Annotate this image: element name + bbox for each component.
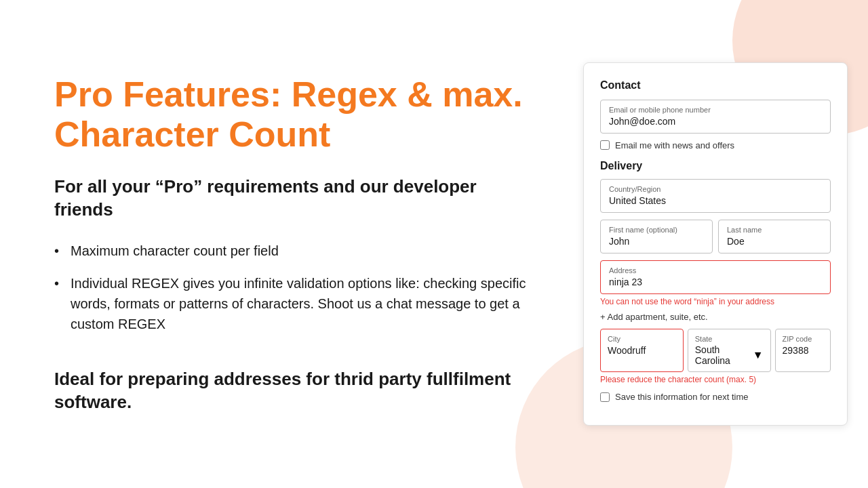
save-checkbox[interactable] — [600, 392, 610, 402]
first-name-input[interactable] — [609, 236, 704, 247]
city-error: Please reduce the character count (max. … — [600, 375, 831, 386]
email-field[interactable]: Email or mobile phone number — [600, 100, 831, 134]
page-subtitle: For all your “Pro” requirements and our … — [54, 176, 529, 222]
last-name-input[interactable] — [727, 236, 822, 247]
delivery-section-title: Delivery — [600, 160, 831, 172]
name-row: First name (optional) Last name — [600, 220, 831, 253]
right-panel: Contact Email or mobile phone number Ema… — [583, 0, 868, 488]
email-input[interactable] — [609, 116, 822, 127]
state-value: South Carolina — [695, 344, 753, 366]
page-title: Pro Features: Regex & max. Character Cou… — [54, 75, 529, 156]
country-label: Country/Region — [609, 185, 822, 193]
state-field[interactable]: State South Carolina ▼ — [688, 329, 771, 372]
address-input[interactable] — [609, 277, 822, 287]
city-state-zip-row: City Woodruff State South Carolina ▼ ZIP… — [600, 329, 831, 372]
address-field[interactable]: Address — [600, 260, 831, 294]
contact-section-title: Contact — [600, 79, 831, 92]
country-field[interactable]: Country/Region — [600, 179, 831, 213]
country-input[interactable] — [609, 195, 822, 206]
city-value: Woodruff — [608, 345, 646, 356]
feature-list: Maximum character count per field Indivi… — [54, 241, 529, 346]
form-card: Contact Email or mobile phone number Ema… — [583, 62, 848, 426]
state-label: State — [695, 335, 764, 343]
city-label: City — [608, 335, 676, 343]
list-item: Maximum character count per field — [54, 241, 529, 261]
first-name-field[interactable]: First name (optional) — [600, 220, 713, 253]
last-name-label: Last name — [727, 226, 822, 234]
save-checkbox-row[interactable]: Save this information for next time — [600, 392, 831, 402]
chevron-down-icon: ▼ — [753, 349, 764, 361]
zip-label: ZIP code — [783, 335, 823, 343]
city-field[interactable]: City Woodruff — [600, 329, 684, 372]
bottom-text: Ideal for preparing addresses for thrid … — [54, 368, 529, 414]
left-panel: Pro Features: Regex & max. Character Cou… — [0, 0, 583, 488]
email-label: Email or mobile phone number — [609, 106, 822, 114]
zip-field[interactable]: ZIP code 29388 — [775, 329, 831, 372]
email-checkbox[interactable] — [600, 140, 610, 150]
save-checkbox-label: Save this information for next time — [615, 392, 749, 402]
first-name-label: First name (optional) — [609, 226, 704, 234]
email-checkbox-label: Email me with news and offers — [615, 140, 734, 150]
address-label: Address — [609, 266, 822, 274]
add-apartment-link[interactable]: + Add apartment, suite, etc. — [600, 312, 831, 322]
last-name-field[interactable]: Last name — [718, 220, 831, 253]
address-error: You can not use the word “ninja” in your… — [600, 297, 831, 306]
zip-value: 29388 — [783, 345, 809, 356]
email-checkbox-row[interactable]: Email me with news and offers — [600, 140, 831, 150]
list-item: Individual REGEX gives you infinite vali… — [54, 273, 529, 334]
